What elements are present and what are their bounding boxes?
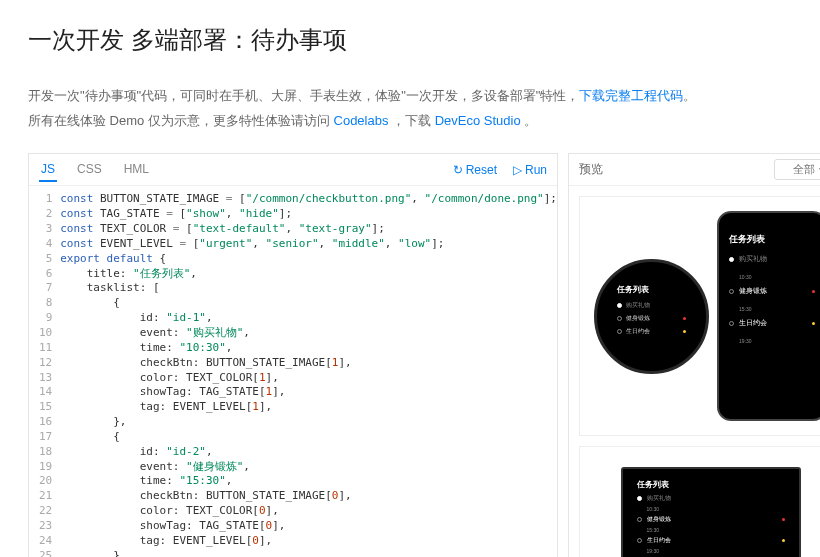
tab-css[interactable]: CSS xyxy=(75,158,104,182)
preview-panel: 预览 全部 ▾ 任务列表 购买礼物 健身锻炼 生日约会 任务列表 购 xyxy=(568,153,820,557)
device-select[interactable]: 全部 ▾ xyxy=(774,159,820,180)
desc-text-1: 开发一次"待办事项"代码，可同时在手机、大屏、手表生效，体验"一次开发，多设备部… xyxy=(28,88,579,103)
device-tv: 任务列表 购买礼物 10:30 健身锻炼 15:30 生日约会 19:30 xyxy=(621,467,801,557)
device-watch: 任务列表 购买礼物 健身锻炼 生日约会 xyxy=(594,259,709,374)
tab-hml[interactable]: HML xyxy=(122,158,151,182)
page-title: 一次开发 多端部署：待办事项 xyxy=(28,24,792,56)
download-code-link[interactable]: 下载完整工程代码 xyxy=(579,88,683,103)
reset-icon: ↻ xyxy=(453,163,463,177)
device-phone: 任务列表 购买礼物 10:30 健身锻炼 15:30 生日约会 19:30 xyxy=(717,211,820,421)
code-content: const BUTTON_STATE_IMAGE = ["/common/che… xyxy=(60,192,557,557)
line-gutter: 1234567891011121314151617181920212223242… xyxy=(29,192,60,557)
tab-js[interactable]: JS xyxy=(39,158,57,182)
run-icon: ▷ xyxy=(513,163,522,177)
editor-panel: JS CSS HML ↻ Reset ▷ Run 12345678910111 xyxy=(28,153,558,557)
reset-button[interactable]: ↻ Reset xyxy=(453,163,497,177)
desc-text-2: 所有在线体验 Demo 仅为示意，更多特性体验请访问 xyxy=(28,113,334,128)
description: 开发一次"待办事项"代码，可同时在手机、大屏、手表生效，体验"一次开发，多设备部… xyxy=(28,84,792,133)
code-editor[interactable]: 1234567891011121314151617181920212223242… xyxy=(29,186,557,557)
preview-label: 预览 xyxy=(579,161,603,178)
run-button[interactable]: ▷ Run xyxy=(513,163,547,177)
deveco-link[interactable]: DevEco Studio xyxy=(435,113,521,128)
codelabs-link[interactable]: Codelabs xyxy=(334,113,389,128)
